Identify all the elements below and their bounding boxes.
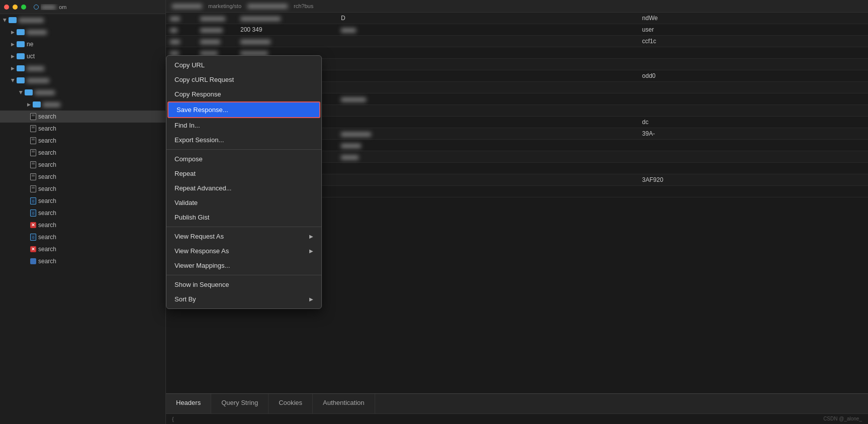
menu-item-sort-by[interactable]: Sort By ▶ — [166, 292, 321, 306]
search-label-11: search — [38, 234, 56, 241]
tree-item-search-11[interactable]: {} search — [0, 231, 165, 243]
tree-item-search-4[interactable]: search — [0, 147, 165, 159]
watermark: CSDN @_alone_ — [823, 416, 862, 421]
globe-icon — [34, 5, 39, 10]
search-label-6: search — [38, 173, 56, 180]
folder1-icon — [17, 29, 25, 35]
traffic-light-yellow[interactable] — [13, 5, 18, 10]
root-folder-icon — [9, 17, 17, 23]
url-domain: om — [59, 4, 66, 10]
subfolder2-chevron: ▶ — [27, 102, 31, 107]
menu-item-viewer-mappings[interactable]: Viewer Mappings... — [166, 258, 321, 273]
tree-item-search-9[interactable]: {} search — [0, 207, 165, 219]
menu-item-copy-curl[interactable]: Copy cURL Request — [166, 72, 321, 87]
search-label-2: search — [38, 125, 56, 132]
folder1-label — [27, 30, 47, 35]
error-icon-12: ✕ — [30, 246, 36, 252]
tab-authentication[interactable]: Authentication — [313, 394, 375, 413]
search-label-13: search — [38, 258, 56, 265]
subfolder2-icon — [33, 101, 41, 108]
search-label-3: search — [38, 137, 56, 144]
menu-item-copy-response[interactable]: Copy Response — [166, 87, 321, 101]
right-top-bar: marketing/sto rch?bus — [166, 0, 868, 13]
search-label-12: search — [38, 246, 56, 253]
tree-folder-uct[interactable]: ▶ uct — [0, 50, 165, 62]
menu-item-view-request-as[interactable]: View Request As ▶ — [166, 229, 321, 244]
menu-separator-1 — [166, 149, 321, 150]
menu-item-export-session[interactable]: Export Session... — [166, 133, 321, 147]
menu-separator-2 — [166, 227, 321, 227]
menu-item-view-response-as[interactable]: View Response As ▶ — [166, 244, 321, 258]
sidebar-header: om — [0, 0, 165, 14]
app-layout: om ▶ ▶ ▶ ne ▶ — [0, 0, 868, 424]
menu-item-repeat-advanced[interactable]: Repeat Advanced... — [166, 181, 321, 195]
menu-item-copy-url[interactable]: Copy URL — [166, 58, 321, 72]
table-row[interactable]: 200 349 user — [166, 24, 868, 36]
json-icon-9: {} — [30, 209, 36, 217]
tree-root[interactable]: ▶ — [0, 14, 165, 26]
tab-cookies[interactable]: Cookies — [269, 394, 313, 413]
sidebar: om ▶ ▶ ▶ ne ▶ — [0, 0, 166, 424]
traffic-light-green[interactable] — [21, 5, 26, 10]
menu-item-repeat[interactable]: Repeat — [166, 166, 321, 181]
tree-item-search-5[interactable]: search — [0, 159, 165, 171]
tree-folder-5[interactable]: ▶ — [0, 74, 165, 86]
tree-item-search-13[interactable]: search — [0, 255, 165, 267]
doc-icon-6 — [30, 173, 36, 180]
table-row[interactable]: D ndWe — [166, 13, 868, 24]
tree-folder-1[interactable]: ▶ — [0, 26, 165, 38]
menu-item-compose[interactable]: Compose — [166, 152, 321, 166]
arrow-right-icon-3: ▶ — [309, 296, 313, 302]
search-label-5: search — [38, 161, 56, 168]
table-row[interactable]: ccf1c — [166, 36, 868, 47]
tab-headers[interactable]: Headers — [166, 394, 211, 413]
json-icon-11: {} — [30, 234, 36, 241]
menu-item-validate[interactable]: Validate — [166, 195, 321, 210]
menu-item-show-in-sequence[interactable]: Show in Sequence — [166, 277, 321, 292]
doc-icon-2 — [30, 125, 36, 132]
tree-item-search-8[interactable]: {} search — [0, 195, 165, 207]
right-url-slash: marketing/sto — [208, 3, 241, 9]
arrow-right-icon: ▶ — [309, 234, 313, 239]
menu-item-publish-gist[interactable]: Publish Gist — [166, 210, 321, 225]
folder-uct-icon — [17, 53, 25, 59]
tree-folder-4[interactable]: ▶ — [0, 62, 165, 74]
subfolder1-label — [35, 90, 55, 95]
search-label-10: search — [38, 222, 56, 229]
bottom-bar-text: { — [172, 416, 174, 422]
traffic-light-red[interactable] — [4, 5, 9, 10]
folder1-chevron: ▶ — [11, 30, 15, 35]
bottom-tabs-bar: Headers Query String Cookies Authenticat… — [166, 393, 868, 413]
tree-item-search-12[interactable]: ✕ search — [0, 243, 165, 255]
folder5-icon — [17, 77, 25, 83]
search-label-7: search — [38, 185, 56, 192]
doc-icon-7 — [30, 185, 36, 192]
folder-ne-icon — [17, 41, 25, 47]
tree-item-search-10[interactable]: ✕ search — [0, 219, 165, 231]
root-label — [19, 18, 44, 23]
right-url-end: rch?bus — [294, 3, 313, 9]
folder4-label — [27, 66, 44, 71]
arrow-right-icon-2: ▶ — [309, 248, 313, 254]
tree-subfolder-1[interactable]: ▶ — [0, 86, 165, 98]
folder5-label — [27, 78, 49, 83]
sidebar-tree: ▶ ▶ ▶ ne ▶ uct ▶ — [0, 14, 165, 424]
doc-icon-1 — [30, 113, 36, 120]
menu-item-save-response[interactable]: Save Response... — [167, 101, 320, 118]
search-label-1: search — [38, 113, 56, 120]
right-url-part-1 — [172, 4, 202, 9]
tree-item-search-6[interactable]: search — [0, 171, 165, 183]
subfolder1-icon — [25, 89, 33, 95]
folder-ne-chevron: ▶ — [11, 42, 15, 47]
tree-item-search-1[interactable]: search — [0, 111, 165, 123]
tree-subfolder-2[interactable]: ▶ — [0, 98, 165, 111]
folder4-chevron: ▶ — [11, 66, 15, 71]
folder5-chevron: ▶ — [11, 79, 16, 82]
tree-item-search-7[interactable]: search — [0, 183, 165, 195]
menu-item-find-in[interactable]: Find In... — [166, 118, 321, 133]
tree-folder-ne[interactable]: ▶ ne — [0, 38, 165, 50]
tree-item-search-3[interactable]: search — [0, 135, 165, 147]
tree-item-search-2[interactable]: search — [0, 123, 165, 135]
search-label-8: search — [38, 197, 56, 204]
tab-query-string[interactable]: Query String — [211, 394, 269, 413]
